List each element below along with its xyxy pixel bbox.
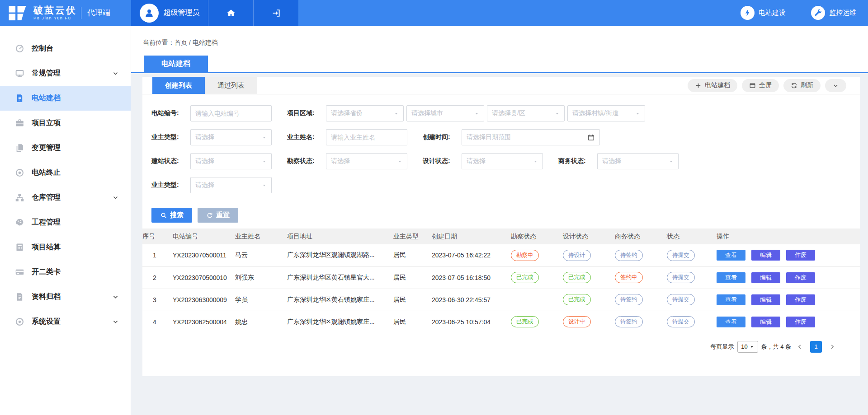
- calculator-icon: [14, 242, 24, 252]
- owner-type2-select[interactable]: 请选择: [190, 177, 272, 193]
- home-button[interactable]: [208, 0, 253, 26]
- view-button[interactable]: 查看: [717, 294, 745, 305]
- toolbar-button-add-station[interactable]: 电站建档: [688, 79, 737, 92]
- record-icon: [14, 168, 24, 178]
- caret-down-icon: [635, 111, 640, 116]
- region-select-county[interactable]: 请选择县/区: [487, 105, 565, 121]
- row-actions: 查看编辑作废: [717, 266, 860, 289]
- status-filter-label: 设计状态:: [423, 157, 462, 165]
- filter-group-design-status: 设计状态: 请选择: [423, 153, 558, 169]
- edit-button[interactable]: 编辑: [751, 294, 780, 305]
- chevron-down-icon: [112, 194, 119, 201]
- bolt-icon: [743, 9, 752, 17]
- region-select-town[interactable]: 请选择村镇/街道: [567, 105, 645, 121]
- calendar-icon: [587, 134, 595, 141]
- select-placeholder: 请选择县/区: [492, 109, 525, 117]
- prev-page-button[interactable]: [794, 344, 805, 350]
- select-placeholder: 请选择: [195, 157, 214, 165]
- topnav-item-monitor-ops[interactable]: 监控运维: [811, 6, 856, 20]
- list-tab-create[interactable]: 创建列表: [152, 77, 205, 94]
- void-button[interactable]: 作废: [786, 250, 815, 261]
- doc-icon: [14, 93, 24, 103]
- sidebar-item-console[interactable]: 控制台: [0, 36, 131, 61]
- page-tab-station-archive[interactable]: 电站建档: [144, 56, 208, 72]
- void-button[interactable]: 作废: [786, 294, 815, 305]
- user-menu[interactable]: 超级管理员: [131, 0, 208, 26]
- topnav-item-station-build[interactable]: 电站建设: [741, 6, 786, 20]
- business-status-badge: 待签约: [615, 294, 643, 305]
- caret-down-icon: [397, 159, 402, 164]
- status-select[interactable]: 请选择: [326, 153, 407, 169]
- select-placeholder: 请选择城市: [411, 109, 443, 117]
- void-button[interactable]: 作废: [786, 317, 815, 327]
- column-header: 项目地址: [287, 228, 393, 244]
- owner-name: 学员: [235, 289, 287, 311]
- monitor-icon: [14, 69, 24, 79]
- owner-type-select[interactable]: 请选择: [190, 129, 272, 145]
- current-page[interactable]: 1: [810, 341, 822, 353]
- subheader: 当前位置：首页 / 电站建档 电站建档: [131, 26, 868, 73]
- survey-status-badge: 已完成: [511, 272, 539, 283]
- sidebar-item-change-mgmt[interactable]: 变更管理: [0, 135, 131, 160]
- sidebar-item-second-class-card[interactable]: 开二类卡: [0, 260, 131, 284]
- avatar: [140, 4, 159, 23]
- sidebar-item-station-termination[interactable]: 电站终止: [0, 160, 131, 185]
- sidebar-item-station-archive[interactable]: 电站建档: [0, 86, 131, 111]
- view-button[interactable]: 查看: [717, 317, 745, 327]
- sidebar-item-general-mgmt[interactable]: 常规管理: [0, 61, 131, 86]
- sidebar-item-data-archive[interactable]: 资料归档: [0, 284, 131, 309]
- station-code: YX2023062500004: [173, 311, 235, 333]
- select-placeholder: 请选择省份: [331, 109, 363, 117]
- station-no-input[interactable]: [190, 105, 272, 121]
- toolbar-button-collapse[interactable]: [825, 79, 846, 92]
- sidebar-item-project-initiation[interactable]: 项目立项: [0, 111, 131, 135]
- edit-button[interactable]: 编辑: [751, 317, 780, 327]
- table-row: 4 YX2023062500004 姚忠 广东深圳龙华区观澜镇姚家庄... 居民…: [142, 311, 860, 333]
- status-select[interactable]: 请选择: [462, 153, 543, 169]
- logout-button[interactable]: [253, 0, 298, 26]
- wrench-icon: [814, 9, 822, 17]
- status-select[interactable]: 请选择: [597, 153, 679, 169]
- edit-button[interactable]: 编辑: [751, 250, 780, 261]
- home-icon: [226, 8, 236, 18]
- per-page-select[interactable]: 10: [737, 341, 758, 353]
- design-status-badge: 设计中: [563, 316, 591, 327]
- sidebar-item-warehouse-mgmt[interactable]: 仓库管理: [0, 185, 131, 210]
- region-select-city[interactable]: 请选择城市: [406, 105, 484, 121]
- view-button[interactable]: 查看: [717, 272, 745, 283]
- business-status-badge: 待签约: [615, 316, 643, 327]
- sidebar-item-label: 项目立项: [32, 118, 119, 128]
- business-status-badge: 待签约: [615, 250, 643, 261]
- search-button[interactable]: 搜索: [151, 208, 192, 223]
- records-table: 序号电站编号业主姓名项目地址业主类型创建日期勘察状态设计状态商务状态状态操作 1…: [142, 228, 860, 333]
- owner-name-input[interactable]: [326, 129, 407, 145]
- sidebar-item-engineering-mgmt[interactable]: 工程管理: [0, 210, 131, 235]
- region-select-province[interactable]: 请选择省份: [326, 105, 404, 121]
- caret-down-icon: [394, 111, 399, 116]
- station-no-label: 电站编号:: [151, 109, 190, 117]
- edit-button[interactable]: 编辑: [751, 272, 780, 283]
- owner-type: 居民: [393, 289, 432, 311]
- filter-group-owner-type: 业主类型: 请选择: [151, 129, 287, 145]
- column-header: 状态: [667, 228, 717, 244]
- view-button[interactable]: 查看: [717, 250, 745, 261]
- sidebar-item-project-settlement[interactable]: 项目结算: [0, 235, 131, 260]
- owner-type: 居民: [393, 244, 432, 266]
- toolbar-button-fullscreen[interactable]: 全屏: [742, 79, 779, 92]
- status-filter-label: 勘察状态:: [287, 157, 326, 165]
- sidebar-item-system-settings[interactable]: 系统设置: [0, 309, 131, 334]
- plus-icon: [695, 82, 702, 89]
- owner-name: 姚忠: [235, 311, 287, 333]
- next-page-button[interactable]: [827, 344, 838, 350]
- toolbar-button-refresh[interactable]: 刷新: [783, 79, 821, 92]
- survey-status-badge: 勘察中: [511, 250, 539, 261]
- status-select[interactable]: 请选择: [190, 153, 272, 169]
- breadcrumb-home[interactable]: 首页: [175, 39, 187, 46]
- void-button[interactable]: 作废: [786, 272, 815, 283]
- date-range-input[interactable]: 请选择日期范围: [462, 129, 600, 145]
- list-tab-passed[interactable]: 通过列表: [205, 77, 257, 94]
- caret-down-icon: [750, 345, 754, 349]
- caret-down-icon: [262, 183, 267, 188]
- owner-type: 居民: [393, 266, 432, 289]
- reset-button[interactable]: 重置: [198, 208, 238, 223]
